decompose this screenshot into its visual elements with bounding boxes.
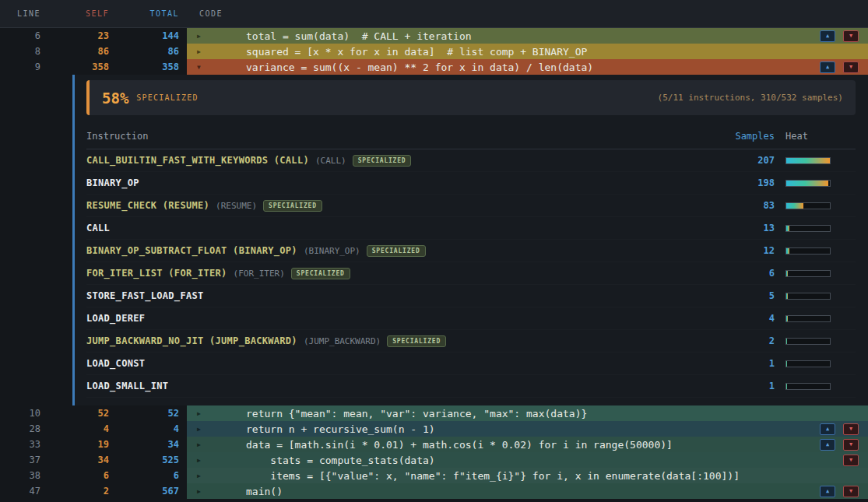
code-row[interactable]: 10 52 52 ▶ return {"mean": mean, "var": … (0, 405, 868, 421)
self-samples: 19 (47, 437, 113, 452)
heat-bar (785, 360, 831, 367)
code-row[interactable]: 6 23 144 ▶ total = sum(data) # CALL + it… (0, 28, 868, 44)
jump-up-button[interactable]: ▲ (820, 30, 835, 42)
instruction-name: LOAD_DEREF (86, 313, 145, 324)
heat-bar (785, 270, 831, 277)
jump-down-button[interactable]: ▼ (843, 423, 859, 435)
expand-marker-icon[interactable]: ▶ (187, 488, 246, 495)
expand-marker-icon[interactable]: ▶ (187, 472, 246, 479)
code-cell[interactable]: ▶ squared = [x * x for x in data] # list… (187, 44, 868, 59)
code-cell[interactable]: ▶ items = [{"value": x, "name": f"item_{… (187, 468, 868, 483)
code-cell[interactable]: ▶ return {"mean": mean, "var": variance,… (187, 405, 868, 421)
jump-down-button[interactable]: ▼ (843, 455, 859, 466)
code-row[interactable]: 47 2 567 ▶ main() ▲ ▼ (0, 483, 868, 499)
instruction-name: RESUME_CHECK (RESUME) (86, 200, 209, 211)
jump-down-button[interactable]: ▼ (843, 486, 859, 497)
code-text: total = sum(data) # CALL + iteration (246, 30, 472, 42)
instruction-row: FOR_ITER_LIST (FOR_ITER) (FOR_ITER) SPEC… (86, 262, 856, 285)
line-number: 38 (0, 468, 47, 483)
code-row[interactable]: 37 34 525 ▶ stats = compute_stats(data) … (0, 452, 868, 468)
code-cell[interactable]: ▼ variance = sum((x - mean) ** 2 for x i… (187, 59, 868, 75)
expand-marker-icon[interactable]: ▶ (187, 441, 246, 448)
column-header-total: TOTAL (113, 9, 185, 18)
instruction-samples: 12 (700, 245, 785, 256)
collapse-marker-icon[interactable]: ▼ (187, 64, 246, 71)
expand-marker-icon[interactable]: ▶ (187, 410, 246, 417)
jump-up-button[interactable]: ▲ (820, 423, 835, 435)
code-cell[interactable]: ▶ stats = compute_stats(data) ▼ (187, 452, 868, 468)
instruction-family: (FOR_ITER) (234, 269, 285, 279)
line-number: 28 (0, 421, 47, 437)
expand-marker-icon[interactable]: ▶ (187, 33, 246, 40)
instruction-samples: 83 (700, 200, 785, 211)
self-samples: 23 (47, 28, 113, 44)
total-samples: 52 (113, 405, 185, 421)
jump-up-button[interactable]: ▲ (820, 486, 835, 497)
total-samples: 4 (113, 421, 185, 437)
heat-bar (785, 315, 831, 322)
instruction-row: CALL_BUILTIN_FAST_WITH_KEYWORDS (CALL) (… (86, 149, 856, 172)
instruction-row: LOAD_CONST 1 (86, 353, 856, 375)
instruction-samples: 6 (700, 268, 785, 279)
expand-marker-icon[interactable]: ▶ (187, 426, 246, 433)
total-samples: 6 (113, 468, 185, 483)
instruction-name: FOR_ITER_LIST (FOR_ITER) (86, 268, 227, 279)
jump-down-button[interactable]: ▼ (843, 439, 859, 451)
column-header-self: SELF (47, 9, 113, 18)
code-text: return n + recursive_sum(n - 1) (246, 423, 435, 435)
line-number: 10 (0, 405, 47, 421)
total-samples: 34 (113, 437, 185, 452)
instruction-family: (RESUME) (216, 201, 257, 211)
expand-marker-icon[interactable]: ▶ (187, 457, 246, 464)
column-header-line: LINE (0, 9, 47, 18)
heat-bar (785, 383, 831, 390)
code-row[interactable]: 8 86 86 ▶ squared = [x * x for x in data… (0, 44, 868, 59)
line-number: 47 (0, 483, 47, 499)
self-samples: 6 (47, 468, 113, 483)
code-cell[interactable]: ▶ main() ▲ ▼ (187, 483, 868, 499)
code-text: variance = sum((x - mean) ** 2 for x in … (246, 61, 593, 73)
total-samples: 525 (113, 452, 185, 468)
total-samples: 358 (113, 59, 185, 75)
code-row-expanded[interactable]: 9 358 358 ▼ variance = sum((x - mean) **… (0, 59, 868, 75)
instruction-name: LOAD_SMALL_INT (86, 381, 168, 391)
self-samples: 4 (47, 421, 113, 437)
instruction-samples: 13 (700, 223, 785, 233)
instruction-samples: 207 (700, 155, 785, 166)
self-samples: 34 (47, 452, 113, 468)
total-samples: 86 (113, 44, 185, 59)
heat-column-header: Heat (785, 131, 856, 142)
instruction-name: CALL_BUILTIN_FAST_WITH_KEYWORDS (CALL) (86, 155, 309, 166)
heat-bar (785, 338, 831, 345)
jump-up-button[interactable]: ▲ (820, 61, 835, 73)
instruction-row: CALL 13 (86, 217, 856, 240)
jump-down-button[interactable]: ▼ (843, 61, 859, 73)
specialized-percent: 58% (102, 90, 128, 107)
specialized-badge: SPECIALIZED (263, 200, 322, 212)
code-cell[interactable]: ▶ data = [math.sin(i * 0.01) + math.cos(… (187, 437, 868, 452)
instruction-row: JUMP_BACKWARD_NO_JIT (JUMP_BACKWARD) (JU… (86, 330, 856, 353)
code-row[interactable]: 33 19 34 ▶ data = [math.sin(i * 0.01) + … (0, 437, 868, 452)
expand-marker-icon[interactable]: ▶ (187, 48, 246, 55)
code-row[interactable]: 38 6 6 ▶ items = [{"value": x, "name": f… (0, 468, 868, 483)
instruction-row: BINARY_OP 198 (86, 172, 856, 195)
instruction-samples: 198 (700, 177, 785, 188)
self-samples: 2 (47, 483, 113, 499)
jump-up-button[interactable]: ▲ (820, 439, 835, 451)
instruction-family: (BINARY_OP) (304, 246, 360, 256)
instruction-samples: 4 (700, 313, 785, 324)
line-number: 6 (0, 28, 47, 44)
heat-bar (785, 293, 831, 300)
code-cell[interactable]: ▶ return n + recursive_sum(n - 1) ▲ ▼ (187, 421, 868, 437)
code-cell[interactable]: ▶ total = sum(data) # CALL + iteration ▲… (187, 28, 868, 44)
jump-down-button[interactable]: ▼ (843, 30, 859, 42)
column-headers: LINE SELF TOTAL CODE (0, 0, 868, 28)
specialized-badge: SPECIALIZED (367, 245, 426, 257)
self-samples: 358 (47, 59, 113, 75)
specialized-badge: SPECIALIZED (291, 268, 350, 279)
code-row[interactable]: 28 4 4 ▶ return n + recursive_sum(n - 1)… (0, 421, 868, 437)
instruction-name: CALL (86, 223, 110, 233)
samples-column-header: Samples (700, 131, 785, 142)
code-text: data = [math.sin(i * 0.01) + math.cos(i … (246, 439, 673, 451)
instruction-family: (JUMP_BACKWARD) (304, 336, 381, 346)
